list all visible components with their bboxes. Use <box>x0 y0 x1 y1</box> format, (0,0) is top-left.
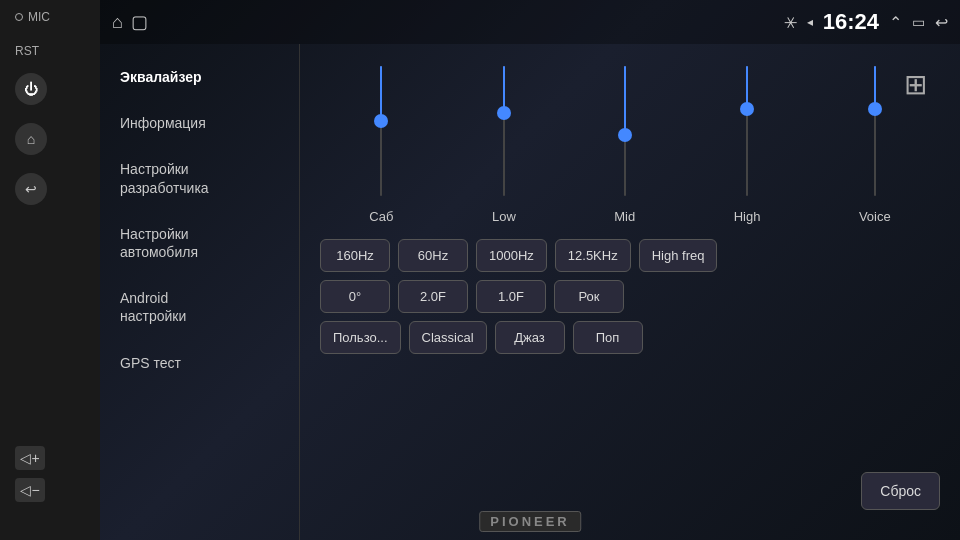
slider-mid-line <box>624 66 626 135</box>
status-left: ⌂ ▢ <box>112 11 148 33</box>
battery-icon: ▭ <box>912 14 925 30</box>
back-side-button[interactable]: ↩ <box>15 173 47 205</box>
left-menu: Эквалайзер Информация Настройкиразработч… <box>100 44 300 540</box>
btn-grid: 160Hz 60Hz 1000Hz 12.5KHz High freq 0° 2… <box>320 239 940 354</box>
home-nav-button[interactable]: ⌂ <box>112 12 123 33</box>
slider-mid: Mid <box>614 66 635 224</box>
btn-jazz[interactable]: Джаз <box>495 321 565 354</box>
chevron-icon: ⌃ <box>889 13 902 32</box>
home-side-button[interactable]: ⌂ <box>15 123 47 155</box>
rst-label: RST <box>15 44 39 58</box>
pioneer-brand: PIONEER <box>479 511 581 532</box>
slider-sub-track[interactable] <box>380 66 382 196</box>
power-button[interactable]: ⏻ <box>15 73 47 105</box>
btn-highfreq[interactable]: High freq <box>639 239 718 272</box>
slider-voice-line <box>874 66 876 109</box>
btn-12khz[interactable]: 12.5KHz <box>555 239 631 272</box>
status-right: ⚹ ◂ 16:24 ⌃ ▭ ↩ <box>784 9 948 35</box>
reset-button[interactable]: Сброс <box>861 472 940 510</box>
slider-mid-label: Mid <box>614 209 635 224</box>
slider-low-track[interactable] <box>503 66 505 196</box>
slider-low: Low <box>492 66 516 224</box>
status-bar: ⌂ ▢ ⚹ ◂ 16:24 ⌃ ▭ ↩ <box>100 0 960 44</box>
vol-down-button[interactable]: ◁− <box>15 478 45 502</box>
preset-btn-row: Пользо... Classical Джаз Поп <box>320 321 940 354</box>
device-frame: MIC RST ⏻ ⌂ ↩ ◁+ ◁− ⌂ ▢ ⚹ ◂ 16:24 ⌃ ▭ ↩ <box>0 0 960 540</box>
slider-high-label: High <box>734 209 761 224</box>
btn-60hz[interactable]: 60Hz <box>398 239 468 272</box>
signal-icon: ◂ <box>807 15 813 29</box>
slider-low-line <box>503 66 505 113</box>
menu-item-dev-settings[interactable]: Настройкиразработчика <box>100 146 299 210</box>
btn-classical[interactable]: Classical <box>409 321 487 354</box>
slider-voice-track[interactable] <box>874 66 876 196</box>
left-panel: MIC RST ⏻ ⌂ ↩ ◁+ ◁− <box>0 0 100 540</box>
time-display: 16:24 <box>823 9 879 35</box>
btn-2f[interactable]: 2.0F <box>398 280 468 313</box>
menu-item-gps-test[interactable]: GPS тест <box>100 340 299 386</box>
btn-1f[interactable]: 1.0F <box>476 280 546 313</box>
btn-user[interactable]: Пользо... <box>320 321 401 354</box>
btn-160hz[interactable]: 160Hz <box>320 239 390 272</box>
btn-rok[interactable]: Рок <box>554 280 624 313</box>
slider-sub-line <box>380 66 382 121</box>
btn-pop[interactable]: Поп <box>573 321 643 354</box>
main-content: Эквалайзер Информация Настройкиразработч… <box>100 44 960 540</box>
freq-btn-row: 160Hz 60Hz 1000Hz 12.5KHz High freq <box>320 239 940 272</box>
slider-sub-label: Саб <box>369 209 393 224</box>
slider-mid-track[interactable] <box>624 66 626 196</box>
eq-sliders: Саб Low <box>320 59 940 229</box>
btn-0deg[interactable]: 0° <box>320 280 390 313</box>
menu-item-info[interactable]: Информация <box>100 100 299 146</box>
menu-item-equalizer[interactable]: Эквалайзер <box>100 54 299 100</box>
mic-label: MIC <box>15 10 50 24</box>
menu-item-car-settings[interactable]: Настройкиавтомобиля <box>100 211 299 275</box>
back-nav-button[interactable]: ↩ <box>935 13 948 32</box>
eq-panel: ⊞ Саб <box>300 44 960 540</box>
bluetooth-icon: ⚹ <box>784 13 797 31</box>
slider-high-line <box>746 66 748 109</box>
square-nav-button[interactable]: ▢ <box>131 11 148 33</box>
slider-sub: Саб <box>369 66 393 224</box>
screen: ⌂ ▢ ⚹ ◂ 16:24 ⌃ ▭ ↩ Эквалайзер Информаци… <box>100 0 960 540</box>
slider-voice: Voice <box>859 66 891 224</box>
slider-low-label: Low <box>492 209 516 224</box>
mic-dot <box>15 13 23 21</box>
slider-high: High <box>734 66 761 224</box>
slider-voice-label: Voice <box>859 209 891 224</box>
btn-1000hz[interactable]: 1000Hz <box>476 239 547 272</box>
slider-high-track[interactable] <box>746 66 748 196</box>
value-btn-row: 0° 2.0F 1.0F Рок <box>320 280 940 313</box>
menu-item-android-settings[interactable]: Androidнастройки <box>100 275 299 339</box>
vol-up-button[interactable]: ◁+ <box>15 446 45 470</box>
